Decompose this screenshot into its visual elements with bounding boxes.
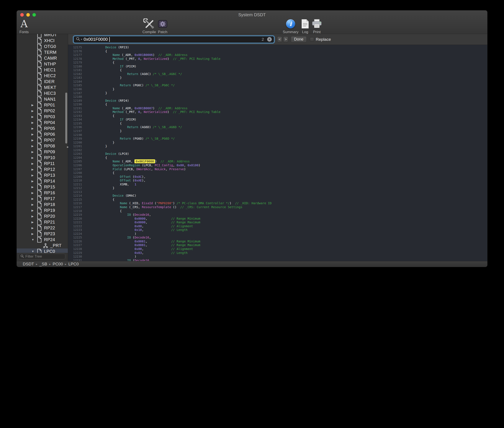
sidebar-item-rp06[interactable]: ▶RP06 [17,132,68,137]
sidebar-item-_prt[interactable]: _PRT [17,243,68,248]
disclosure-triangle[interactable]: ▶ [32,109,37,113]
sidebar-item-otg0[interactable]: OTG0 [17,44,68,49]
disclosure-triangle[interactable]: ▶ [32,150,37,154]
disclosure-triangle[interactable]: ▶ [32,139,37,142]
sidebar-item-rp14[interactable]: ▶RP14 [17,178,68,184]
sidebar-item-rp04[interactable]: ▶RP04 [17,120,68,125]
sidebar-item-rp24[interactable]: ▼RP24 [17,237,68,243]
code-token: , [140,57,144,60]
disclosure-triangle[interactable]: ▶ [32,127,37,130]
splitter-handle[interactable] [67,146,68,148]
breadcrumb-item[interactable]: _SB [40,262,47,266]
disclosure-triangle[interactable]: ▶ [32,162,37,165]
code-token [91,205,120,209]
sidebar-item-rp21[interactable]: ▶RP21 [17,219,68,225]
sidebar-item-rp02[interactable]: ▶RP02 [17,108,68,114]
sidebar-item-rp23[interactable]: ▶RP23 [17,231,68,237]
find-input[interactable]: ▾ 0x001F0000 2 ✕ [73,36,274,43]
replace-checkbox[interactable] [310,37,314,41]
breadcrumb-item[interactable]: LPC0 [68,262,79,266]
disclosure-triangle[interactable]: ▶ [32,232,37,235]
fonts-button[interactable]: A Fonts [17,18,38,34]
sidebar-item-mrot[interactable]: MROT [17,34,68,38]
sidebar-item-hec1[interactable]: HEC1 [17,67,68,73]
code-line: 12192 Method (_PRT, 0, NotSerialized) //… [68,110,487,114]
sidebar-item-xhci[interactable]: XHCI [17,38,68,44]
disclosure-triangle[interactable]: ▶ [32,103,37,107]
sidebar-item-hec2[interactable]: HEC2 [17,73,68,79]
disclosure-triangle[interactable]: ▶ [32,133,37,136]
sidebar-item-rp19[interactable]: ▶RP19 [17,207,68,213]
sidebar-item-lpc0[interactable]: ▼LPC0 [17,248,68,253]
code-line: 12200 } [68,141,487,145]
sidebar-item-rp20[interactable]: ▶RP20 [17,213,68,219]
sidebar-item-rp09[interactable]: ▶RP09 [17,149,68,155]
code-token: 0x00 [134,224,142,228]
code-text: Return (PG6C) /* \_SB_.PG6C */ [82,83,175,87]
sidebar-item-rp05[interactable]: ▶RP05 [17,125,68,132]
sidebar-item-rp13[interactable]: ▶RP13 [17,172,68,178]
disclosure-triangle[interactable]: ▶ [32,156,37,159]
disclosure-triangle[interactable]: ▶ [32,191,37,195]
disclosure-triangle[interactable]: ▶ [32,168,37,171]
sidebar-item-label: RP24 [44,237,55,242]
code-token: Return [127,72,138,76]
disclosure-triangle[interactable]: ▶ [32,144,37,148]
code-token: , [151,167,155,171]
sidebar-item-rp12[interactable]: ▶RP12 [17,166,68,172]
sidebar-item-rp07[interactable]: ▶RP07 [17,137,68,143]
done-button[interactable]: Done [291,36,307,42]
disclosure-triangle[interactable]: ▶ [32,174,37,177]
disclosure-triangle[interactable]: ▶ [32,185,37,189]
disclosure-triangle[interactable]: ▶ [32,209,37,212]
sidebar-item-rp03[interactable]: ▶RP03 [17,114,68,120]
disclosure-triangle[interactable]: ▼ [32,250,37,253]
code-token: (_CRS, [127,205,142,209]
clear-search-icon[interactable]: ✕ [267,37,272,42]
sidebar-item-rp22[interactable]: ▶RP22 [17,225,68,231]
filter-tree-input[interactable]: Filter Tree [18,254,65,259]
find-previous-button[interactable]: < [277,36,282,42]
sidebar-item-rp15[interactable]: ▶RP15 [17,184,68,190]
sidebar-item-rp18[interactable]: ▶RP18 [17,202,68,207]
disclosure-triangle[interactable]: ▶ [32,215,37,218]
sidebar-item-nthp[interactable]: NTHP [17,61,68,67]
disclosure-triangle[interactable]: ▼ [32,238,37,241]
code-editor[interactable]: 12175 Device (RP23)12176 {12177 Name (_A… [68,45,487,261]
sidebar-item-term[interactable]: TERM [17,49,68,55]
sidebar-item-rp11[interactable]: ▶RP11 [17,161,68,166]
sidebar-item-nan1[interactable]: NAN1 [17,96,68,102]
sidebar-item-label: RP15 [44,184,55,189]
sidebar-item-rp08[interactable]: ▶RP08 [17,143,68,149]
breadcrumb-item[interactable]: PC00 [53,262,63,266]
disclosure-triangle[interactable]: ▶ [32,197,37,200]
disclosure-triangle[interactable]: ▶ [32,115,37,118]
sidebar-item-rp10[interactable]: ▶RP10 [17,155,68,161]
breadcrumb-item[interactable]: DSDT [23,262,34,266]
code-token: (RP24) [116,99,129,102]
code-text: { [82,198,115,202]
find-next-button[interactable]: > [283,36,288,42]
sidebar-scrollbar[interactable] [65,93,67,144]
sidebar-item-mekt[interactable]: MEKT [17,85,68,91]
sidebar-item-rp17[interactable]: ▶RP17 [17,196,68,202]
sidebar-item-camr[interactable]: CAMR [17,55,68,61]
code-token: , [146,217,171,220]
disclosure-triangle[interactable]: ▶ [32,121,37,124]
disclosure-triangle[interactable]: ▶ [32,226,37,230]
device-document-icon [37,149,42,155]
sidebar-item-hec3[interactable]: HEC3 [17,91,68,96]
sidebar-item-label: NTHP [44,62,56,66]
device-document-icon [37,214,42,219]
patch-button[interactable]: Patch [149,18,177,34]
disclosure-triangle[interactable]: ▶ [32,221,37,224]
print-button[interactable]: Print [303,18,331,34]
search-menu-chevron-icon[interactable]: ▾ [81,38,82,41]
code-text: Device (DMAC) [82,194,136,198]
sidebar-item-rp16[interactable]: ▶RP16 [17,190,68,196]
sidebar-item-ider[interactable]: IDER [17,79,68,85]
disclosure-triangle[interactable]: ▶ [32,203,37,206]
disclosure-triangle[interactable]: ▶ [32,180,37,183]
device-tree[interactable]: MROTXHCIOTG0TERMCAMRNTHPHEC1HEC2IDERMEKT… [17,34,68,253]
sidebar-item-rp01[interactable]: ▶RP01 [17,102,68,108]
